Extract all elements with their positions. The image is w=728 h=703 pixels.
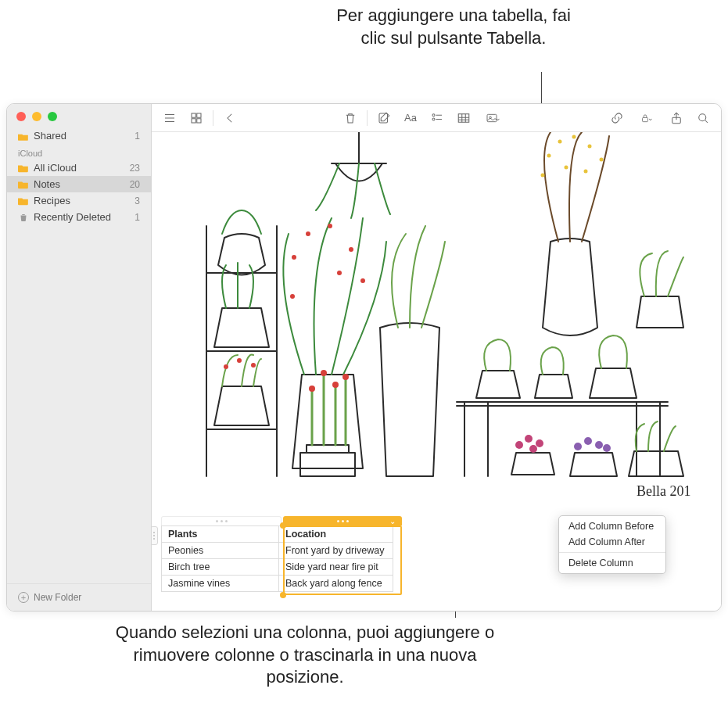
svg-point-17: [306, 231, 310, 236]
svg-point-14: [237, 358, 242, 363]
format-button[interactable]: Aa: [399, 108, 422, 128]
plus-icon: +: [18, 592, 29, 603]
sidebar-item-label: All iCloud: [34, 162, 77, 174]
table-header-row: Plants Location: [162, 526, 393, 543]
menu-separator: [559, 552, 665, 553]
table-cell[interactable]: Side yard near fire pit: [279, 559, 393, 576]
svg-point-37: [536, 439, 543, 447]
sidebar-item-notes[interactable]: Notes 20: [7, 176, 151, 192]
selection-handle[interactable]: [280, 522, 286, 529]
svg-rect-2: [192, 118, 195, 122]
table-header-cell[interactable]: Location: [279, 526, 393, 543]
svg-rect-3: [197, 118, 201, 122]
svg-point-32: [541, 174, 545, 178]
table-header-cell[interactable]: Plants: [162, 526, 279, 543]
svg-point-5: [432, 113, 435, 116]
sidebar-item-shared[interactable]: Shared 1: [7, 127, 151, 144]
notes-window: Shared 1 iCloud All iCloud 23 Notes 20 R…: [6, 103, 722, 612]
view-list-button[interactable]: [158, 108, 181, 128]
table-row: Birch tree Side yard near fire pit: [162, 559, 393, 576]
svg-point-21: [290, 294, 295, 299]
menu-item-add-column-after[interactable]: Add Column After: [559, 534, 665, 550]
table-cell[interactable]: Birch tree: [162, 559, 279, 576]
column-context-menu: Add Column Before Add Column After Delet…: [558, 515, 666, 574]
sidebar-item-all-icloud[interactable]: All iCloud 23: [7, 160, 151, 176]
table-cell[interactable]: Jasmine vines: [162, 576, 279, 592]
callout-table-button: Per aggiungere una tabella, fai clic sul…: [328, 5, 579, 49]
shared-folder-icon: [18, 131, 29, 141]
close-window-button[interactable]: [16, 112, 26, 121]
sidebar-item-label: Notes: [34, 178, 60, 190]
svg-point-30: [588, 145, 592, 149]
selection-handle[interactable]: [280, 592, 286, 598]
media-button[interactable]: ⌄: [479, 108, 508, 128]
sketch-signature: Bella 2019: [637, 483, 691, 499]
view-grid-button[interactable]: [185, 108, 208, 128]
table-cell[interactable]: Front yard by driveway: [279, 543, 393, 559]
svg-point-40: [584, 437, 592, 445]
new-note-button[interactable]: [372, 108, 396, 128]
svg-point-22: [337, 271, 342, 275]
folder-icon: [18, 180, 29, 189]
menu-item-add-column-before[interactable]: Add Column Before: [559, 518, 665, 534]
sidebar-item-count: 20: [130, 179, 143, 190]
minimize-window-button[interactable]: [32, 112, 41, 121]
sidebar-item-label: Recently Deleted: [34, 211, 111, 223]
sidebar-item-label: Shared: [34, 130, 66, 142]
lock-button[interactable]: ⌄: [632, 108, 662, 128]
svg-point-29: [572, 135, 576, 139]
note-sketch: Bella 2019: [175, 132, 691, 508]
toolbar: Aa ⌄ ⌄: [152, 104, 721, 132]
search-button[interactable]: [691, 108, 715, 128]
svg-point-34: [584, 170, 588, 174]
sidebar: Shared 1 iCloud All iCloud 23 Notes 20 R…: [7, 104, 152, 611]
svg-point-38: [529, 445, 537, 453]
note-table[interactable]: ⌄ Plants Location Peonies Front yard by …: [155, 517, 561, 592]
svg-point-13: [224, 364, 228, 369]
svg-point-6: [432, 118, 435, 120]
trash-icon: [18, 213, 29, 222]
svg-point-41: [595, 441, 603, 449]
svg-point-31: [600, 158, 604, 162]
table-button[interactable]: [452, 108, 475, 128]
menu-item-delete-column[interactable]: Delete Column: [559, 555, 665, 571]
table-row-handle[interactable]: [152, 526, 158, 545]
share-button[interactable]: [665, 108, 688, 128]
zoom-window-button[interactable]: [48, 112, 57, 121]
svg-point-16: [292, 255, 296, 260]
new-folder-label: New Folder: [34, 592, 81, 603]
new-folder-button[interactable]: + New Folder: [7, 583, 151, 611]
svg-point-23: [309, 386, 315, 392]
table-cell[interactable]: Back yard along fence: [279, 576, 393, 592]
svg-point-33: [565, 166, 568, 170]
format-label: Aa: [401, 112, 420, 124]
svg-point-12: [699, 113, 706, 120]
sidebar-item-count: 3: [134, 195, 143, 206]
note-body: Bella 2019 ⌄ Plants Location Peonies Fro…: [152, 132, 721, 611]
svg-point-27: [547, 154, 551, 158]
svg-rect-0: [192, 113, 195, 117]
svg-point-19: [349, 247, 353, 252]
sidebar-item-count: 23: [130, 163, 143, 174]
chevron-down-icon: ⌄: [495, 114, 501, 122]
checklist-button[interactable]: [425, 108, 449, 128]
link-button[interactable]: [605, 108, 629, 128]
folder-icon: [18, 163, 29, 173]
table-row: Jasmine vines Back yard along fence: [162, 576, 393, 592]
chevron-down-icon[interactable]: ⌄: [389, 517, 396, 525]
svg-point-26: [342, 374, 349, 380]
table-col-handle-2-selected[interactable]: [283, 516, 402, 525]
svg-point-39: [574, 443, 582, 450]
sidebar-section-icloud: iCloud: [7, 144, 151, 160]
sidebar-item-recipes[interactable]: Recipes 3: [7, 192, 151, 209]
back-button[interactable]: [218, 108, 242, 128]
table-col-handle-1[interactable]: [161, 516, 282, 525]
window-controls: [7, 104, 151, 127]
delete-note-button[interactable]: [339, 108, 362, 128]
sidebar-item-recently-deleted[interactable]: Recently Deleted 1: [7, 209, 151, 225]
svg-rect-7: [458, 113, 469, 122]
svg-rect-1: [197, 113, 201, 117]
note-main: Aa ⌄ ⌄: [152, 104, 721, 611]
folder-icon: [18, 196, 29, 206]
table-cell[interactable]: Peonies: [162, 543, 279, 559]
